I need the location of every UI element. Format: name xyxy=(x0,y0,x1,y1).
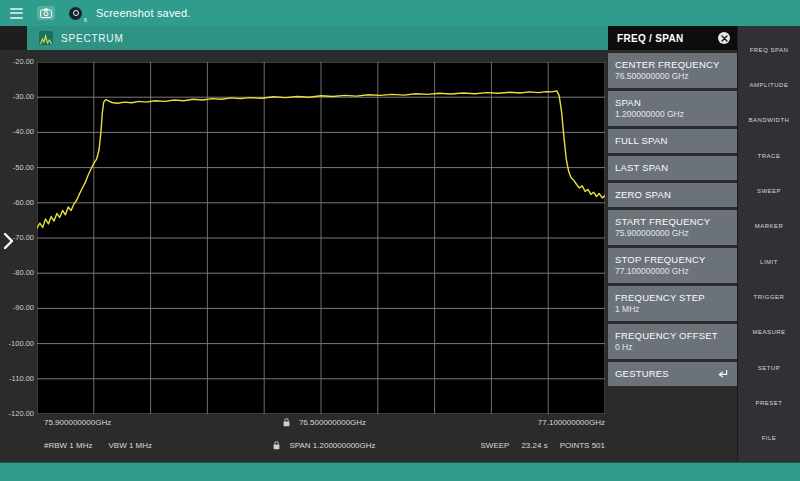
menu-item-label: START FREQUENCY xyxy=(615,215,730,228)
menu-item[interactable]: FREQUENCY STEP 1 MHz xyxy=(608,286,737,321)
top-bar: 6 Screenshot saved. xyxy=(0,0,800,26)
stop-frequency-label: 77.100000000GHz xyxy=(538,418,605,427)
y-axis-label: -50.00 xyxy=(0,163,34,173)
sweep-time: 23.24 s xyxy=(521,441,547,450)
spectrum-icon xyxy=(39,31,53,45)
y-axis-label: -80.00 xyxy=(0,268,34,278)
menu-item[interactable]: CENTER FREQUENCY 76.500000000 GHz xyxy=(608,53,737,88)
plot-area[interactable] xyxy=(37,62,605,414)
toast-message: Screenshot saved. xyxy=(96,7,191,19)
notification-icon[interactable]: 6 xyxy=(69,7,82,20)
menu-item[interactable]: STOP FREQUENCY 77.100000000 GHz xyxy=(608,248,737,283)
sidebar-item[interactable]: TRACE xyxy=(758,153,781,159)
center-frequency-label: 76.500000000GHz xyxy=(299,418,366,427)
sidebar-item[interactable]: LIMIT xyxy=(760,259,778,265)
start-frequency-label: 75.900000000GHz xyxy=(44,418,111,427)
menu-item-value: 76.500000000 GHz xyxy=(615,71,730,82)
sidebar-item[interactable]: PRESET xyxy=(755,400,782,406)
sidebar-item[interactable]: BANDWIDTH xyxy=(749,117,790,123)
menu-item-label: STOP FREQUENCY xyxy=(615,253,730,266)
sidebar-item[interactable]: TRIGGER xyxy=(754,294,785,300)
notification-count: 6 xyxy=(84,17,87,23)
tab-label: SPECTRUM xyxy=(61,33,124,44)
menu-title: FREQ / SPAN xyxy=(617,33,683,44)
tab-spectrum[interactable]: SPECTRUM xyxy=(27,26,608,50)
menu-item[interactable]: FREQUENCY OFFSET 0 Hz xyxy=(608,324,737,359)
menu-icon[interactable] xyxy=(10,8,23,19)
status-row: #RBW 1 MHz VBW 1 MHz SPAN 1.200000000GHz… xyxy=(37,441,605,450)
menu-item[interactable]: FULL SPAN xyxy=(608,129,737,153)
menu-item-value: 1.200000000 GHz xyxy=(615,109,730,120)
bottom-bar xyxy=(0,462,800,481)
y-axis-label: -110.00 xyxy=(0,374,34,384)
notification-ring xyxy=(73,10,79,16)
spectrum-trace-chart xyxy=(37,62,605,414)
y-axis-label: -90.00 xyxy=(0,303,34,313)
menu-item-value: 77.100000000 GHz xyxy=(615,266,730,277)
y-axis-label: -70.00 xyxy=(0,233,34,243)
menu-item[interactable]: ZERO SPAN xyxy=(608,183,737,207)
sidebar-item[interactable]: SWEEP xyxy=(757,188,781,194)
camera-icon xyxy=(40,8,52,18)
y-axis-label: -30.00 xyxy=(0,92,34,102)
y-axis-label: -100.00 xyxy=(0,339,34,349)
y-axis-label: -120.00 xyxy=(0,409,34,419)
menu-item[interactable]: GESTURES xyxy=(608,362,737,386)
vbw-label: VBW 1 MHz xyxy=(108,441,152,450)
menu-item[interactable]: LAST SPAN xyxy=(608,156,737,180)
lock-icon xyxy=(273,441,280,450)
menu-item-label: FREQUENCY OFFSET xyxy=(615,329,730,342)
y-axis-label: -60.00 xyxy=(0,198,34,208)
menu-item-label: FULL SPAN xyxy=(615,134,730,147)
menu-item-label: GESTURES xyxy=(615,367,730,380)
freq-span-menu: FREQ / SPAN CENTER FREQUENCY 76.50000000… xyxy=(608,26,737,386)
menu-item-label: SPAN xyxy=(615,96,730,109)
menu-item[interactable]: START FREQUENCY 75.900000000 GHz xyxy=(608,210,737,245)
close-icon[interactable] xyxy=(718,32,730,44)
menu-item[interactable]: SPAN 1.200000000 GHz xyxy=(608,91,737,126)
screenshot-button[interactable] xyxy=(37,6,55,20)
menu-item-list: CENTER FREQUENCY 76.500000000 GHz SPAN 1… xyxy=(608,53,737,386)
sidebar-item[interactable]: AMPLITUDE xyxy=(750,82,789,88)
y-axis-label: -20.00 xyxy=(0,57,34,67)
spectrum-analyzer-screen: 6 Screenshot saved. SPECTRUM -20.00-30.0… xyxy=(0,0,800,481)
sidebar-item[interactable]: MARKER xyxy=(755,223,784,229)
menu-item-value: 1 MHz xyxy=(615,304,730,315)
menu-header: FREQ / SPAN xyxy=(608,26,737,50)
menu-item-value: 75.900000000 GHz xyxy=(615,228,730,239)
sidebar-item[interactable]: MEASURE xyxy=(752,329,785,335)
lock-icon xyxy=(283,418,290,427)
return-icon xyxy=(716,369,729,380)
y-axis-label: -40.00 xyxy=(0,127,34,137)
span-label: SPAN 1.200000000GHz xyxy=(289,441,375,450)
menu-item-label: FREQUENCY STEP xyxy=(615,291,730,304)
rbw-label: #RBW 1 MHz xyxy=(44,441,92,450)
menu-item-label: CENTER FREQUENCY xyxy=(615,58,730,71)
menu-item-label: LAST SPAN xyxy=(615,161,730,174)
sidebar-item[interactable]: FILE xyxy=(762,435,777,441)
sidebar-item[interactable]: FREQ SPAN xyxy=(750,47,789,53)
category-sidebar: FREQ SPAN AMPLITUDE BANDWIDTH TRACE SWEE… xyxy=(737,26,800,462)
points-label: POINTS 501 xyxy=(560,441,605,450)
frequency-axis-row: 75.900000000GHz 76.500000000GHz 77.10000… xyxy=(37,418,605,427)
menu-item-label: ZERO SPAN xyxy=(615,188,730,201)
sweep-label: SWEEP xyxy=(481,441,510,450)
sidebar-item[interactable]: SETUP xyxy=(758,365,781,371)
menu-item-value: 0 Hz xyxy=(615,342,730,353)
